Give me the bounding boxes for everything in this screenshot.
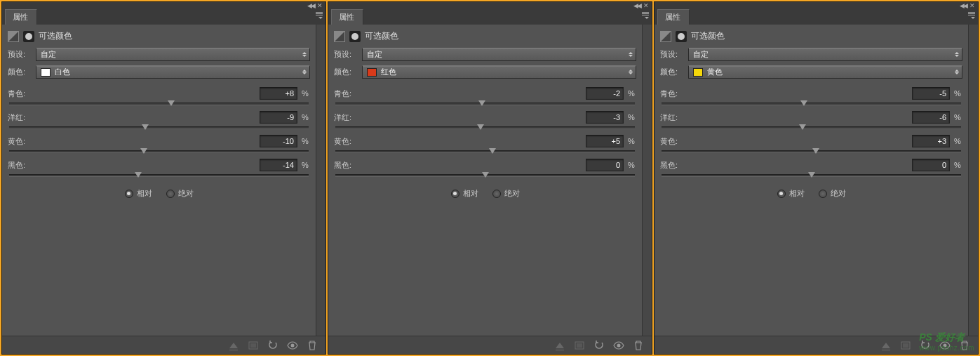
slider-thumb-yellow[interactable] — [140, 148, 147, 154]
delete-icon[interactable] — [303, 338, 321, 352]
close-icon[interactable]: ✕ — [969, 2, 975, 9]
collapse-icon[interactable]: ◀◀ — [307, 2, 314, 9]
slider-track-magenta[interactable] — [9, 126, 309, 129]
slider-track-cyan[interactable] — [662, 103, 961, 105]
slider-thumb-yellow[interactable] — [489, 148, 496, 154]
close-icon[interactable]: ✕ — [317, 2, 323, 9]
slider-label-magenta: 洋红: — [334, 112, 351, 123]
slider-track-cyan[interactable] — [9, 103, 309, 105]
visibility-icon[interactable] — [936, 338, 954, 352]
slider-track-black[interactable] — [9, 174, 309, 177]
close-icon[interactable]: ✕ — [643, 2, 649, 9]
preset-select[interactable]: 自定 — [688, 48, 962, 61]
slider-value-cyan[interactable] — [586, 87, 624, 100]
slider-value-yellow[interactable] — [586, 135, 624, 147]
panel-menu-icon[interactable] — [965, 11, 975, 20]
slider-thumb-magenta[interactable] — [799, 124, 806, 130]
mask-icon[interactable] — [23, 31, 34, 42]
selective-color-icon[interactable] — [8, 31, 19, 42]
slider-thumb-black[interactable] — [808, 172, 815, 178]
slider-track-cyan[interactable] — [335, 103, 635, 105]
selective-color-icon[interactable] — [660, 31, 671, 42]
radio-absolute[interactable]: 绝对 — [819, 188, 846, 199]
slider-value-cyan[interactable] — [260, 87, 297, 100]
radio-absolute[interactable]: 绝对 — [492, 188, 520, 199]
reset-icon[interactable] — [264, 338, 282, 352]
slider-value-magenta[interactable] — [912, 111, 950, 124]
color-select[interactable]: 白色 — [36, 65, 310, 79]
slider-thumb-cyan[interactable] — [478, 100, 485, 106]
color-select[interactable]: 红色 — [362, 65, 636, 79]
preset-select[interactable]: 自定 — [36, 48, 310, 61]
radio-relative[interactable]: 相对 — [451, 188, 478, 199]
slider-track-magenta[interactable] — [662, 126, 961, 129]
collapse-icon[interactable]: ◀◀ — [633, 2, 640, 9]
slider-thumb-black[interactable] — [135, 172, 142, 178]
slider-thumb-magenta[interactable] — [142, 124, 149, 130]
clip-to-layer-icon[interactable] — [877, 338, 895, 352]
percent-label: % — [954, 89, 962, 98]
radio-icon — [125, 190, 133, 198]
visibility-icon[interactable] — [283, 338, 302, 352]
panel-menu-icon[interactable] — [639, 11, 649, 20]
slider-thumb-yellow[interactable] — [812, 148, 819, 154]
slider-track-magenta[interactable] — [335, 126, 635, 129]
slider-label-cyan: 青色: — [8, 88, 25, 99]
radio-relative-label: 相对 — [463, 188, 478, 199]
slider-yellow: 黄色: % — [660, 135, 962, 153]
slider-value-magenta[interactable] — [260, 111, 297, 124]
slider-value-black[interactable] — [912, 159, 950, 171]
view-previous-icon[interactable] — [244, 338, 262, 352]
delete-icon[interactable] — [629, 338, 647, 352]
slider-value-magenta[interactable] — [586, 111, 624, 124]
visibility-icon[interactable] — [610, 338, 628, 352]
color-select[interactable]: 黄色 — [688, 65, 962, 79]
mask-icon[interactable] — [349, 31, 361, 42]
slider-value-yellow[interactable] — [260, 135, 297, 147]
panel-top-bar: ◀◀ ✕ — [655, 2, 978, 9]
clip-to-layer-icon[interactable] — [551, 338, 569, 352]
reset-icon[interactable] — [590, 338, 608, 352]
preset-value: 自定 — [693, 49, 709, 60]
mask-icon[interactable] — [676, 31, 687, 42]
slider-track-yellow[interactable] — [662, 150, 961, 153]
tab-properties[interactable]: 属性 — [657, 9, 690, 25]
slider-label-yellow: 黄色: — [334, 136, 351, 147]
slider-label-cyan: 青色: — [334, 88, 351, 99]
slider-value-yellow[interactable] — [912, 135, 950, 147]
view-previous-icon[interactable] — [570, 338, 589, 352]
slider-value-cyan[interactable] — [912, 87, 950, 100]
slider-value-black[interactable] — [260, 159, 297, 171]
collapse-icon[interactable]: ◀◀ — [960, 2, 967, 9]
reset-icon[interactable] — [916, 338, 934, 352]
slider-track-yellow[interactable] — [9, 150, 309, 153]
view-previous-icon[interactable] — [897, 338, 915, 352]
slider-label-magenta: 洋红: — [8, 112, 25, 123]
slider-track-black[interactable] — [335, 174, 635, 177]
selective-color-icon[interactable] — [334, 31, 345, 42]
adjustment-header: 可选颜色 — [8, 27, 310, 48]
slider-track-black[interactable] — [662, 174, 961, 177]
slider-thumb-cyan[interactable] — [168, 100, 175, 106]
slider-thumb-cyan[interactable] — [800, 100, 807, 106]
tab-properties[interactable]: 属性 — [331, 9, 363, 25]
tab-properties[interactable]: 属性 — [5, 9, 37, 25]
adjustment-header: 可选颜色 — [660, 27, 962, 48]
slider-value-black[interactable] — [586, 159, 624, 171]
slider-magenta: 洋红: % — [8, 111, 310, 129]
tab-row: 属性 — [655, 9, 978, 25]
bottom-toolbar — [328, 336, 652, 354]
slider-track-yellow[interactable] — [335, 150, 635, 153]
panel-menu-icon[interactable] — [313, 11, 323, 20]
slider-thumb-magenta[interactable] — [477, 124, 484, 130]
chevron-updown-icon — [302, 52, 307, 57]
adjustment-title: 可选颜色 — [691, 30, 725, 42]
clip-to-layer-icon[interactable] — [224, 338, 243, 352]
radio-relative[interactable]: 相对 — [125, 188, 152, 199]
preset-select[interactable]: 自定 — [362, 48, 636, 61]
delete-icon[interactable] — [955, 338, 974, 352]
radio-absolute[interactable]: 绝对 — [166, 188, 194, 199]
bottom-toolbar — [655, 336, 978, 354]
slider-thumb-black[interactable] — [482, 172, 489, 178]
radio-relative[interactable]: 相对 — [777, 188, 805, 199]
